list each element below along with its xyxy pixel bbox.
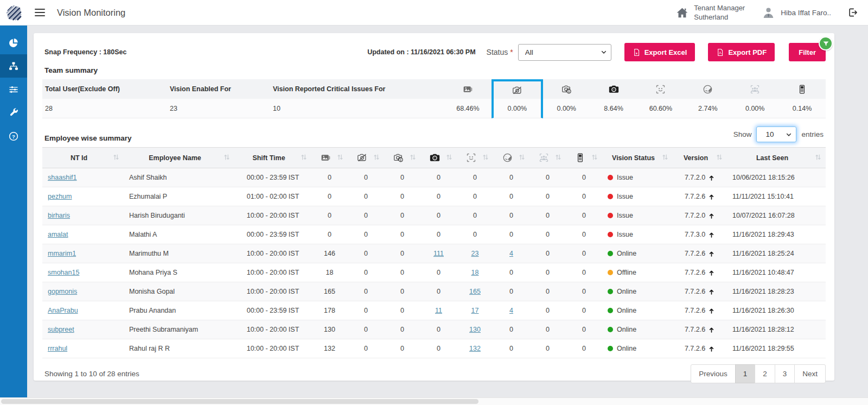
- sort-icon: [113, 154, 119, 162]
- count-link[interactable]: 165: [469, 288, 481, 295]
- camera-icon: [429, 152, 441, 163]
- count-cell: 0: [311, 187, 348, 206]
- sidebar-item-wrench[interactable]: [0, 101, 27, 124]
- team-summary-value: 0.00%: [492, 99, 543, 118]
- pagination-2[interactable]: 2: [755, 364, 775, 383]
- count-link[interactable]: 4: [509, 307, 513, 314]
- upgrade-icon[interactable]: [708, 326, 715, 333]
- employee-name-cell: Marimuthu M: [124, 244, 234, 263]
- upgrade-icon[interactable]: [708, 174, 715, 181]
- count-cell: 0: [566, 244, 602, 263]
- svg-text:?: ?: [12, 133, 15, 139]
- col-header-face-scan-icon[interactable]: [457, 148, 493, 168]
- count-cell: 18: [311, 263, 348, 282]
- count-link[interactable]: 23: [471, 250, 479, 257]
- table-row: AnaPrabuPrabu Anandan00:00 - 23:59 IST17…: [42, 301, 826, 320]
- count-cell: 0: [457, 168, 493, 187]
- logout-icon[interactable]: [847, 7, 858, 18]
- count-cell: 0: [566, 339, 602, 358]
- vision-status-cell: Issue: [602, 168, 673, 187]
- export-pdf-button[interactable]: Export PDF: [708, 43, 775, 61]
- pagination-next[interactable]: Next: [794, 364, 826, 383]
- ntid-link[interactable]: pezhum: [48, 193, 72, 200]
- upgrade-icon[interactable]: [708, 231, 715, 238]
- col-header-shift-time[interactable]: Shift Time: [234, 148, 311, 168]
- team-summary-value: 0.14%: [778, 99, 826, 118]
- ntid-link[interactable]: rrrahul: [48, 345, 67, 352]
- count-link[interactable]: 4: [509, 250, 513, 257]
- count-cell: 0: [566, 225, 602, 244]
- count-link[interactable]: 111: [433, 250, 444, 257]
- count-link[interactable]: 130: [469, 326, 481, 333]
- table-header-row: NT IdEmployee NameShift TimeVision Statu…: [42, 148, 826, 168]
- ntid-link[interactable]: mmarim1: [48, 250, 76, 257]
- col-header-face-covered-icon[interactable]: [493, 148, 529, 168]
- status-select[interactable]: All: [518, 44, 611, 61]
- count-cell: 0: [348, 187, 384, 206]
- upgrade-icon[interactable]: [708, 212, 715, 219]
- ntid-link[interactable]: birharis: [48, 212, 70, 219]
- ntid-link[interactable]: smohan15: [48, 269, 79, 276]
- app-logo[interactable]: [0, 0, 27, 25]
- col-header-image-icon[interactable]: [311, 148, 348, 168]
- ntid-link[interactable]: gopmonis: [48, 288, 77, 295]
- pagination-1[interactable]: 1: [735, 364, 756, 383]
- team-summary-col-mobile-icon: [778, 79, 826, 99]
- sidebar-item-pie-chart[interactable]: [0, 31, 27, 54]
- count-link[interactable]: 17: [471, 307, 479, 314]
- upgrade-icon[interactable]: [708, 269, 715, 276]
- col-header-employee-name[interactable]: Employee Name: [124, 148, 234, 168]
- version-text: 7.7.2.6: [685, 269, 705, 276]
- count-cell: 0: [420, 263, 457, 282]
- col-header-nt-id[interactable]: NT Id: [42, 148, 124, 168]
- face-scan-icon: [655, 84, 666, 95]
- col-header-last-seen[interactable]: Last Seen: [727, 148, 826, 168]
- count-link[interactable]: 11: [435, 307, 442, 314]
- team-summary-table: Total User(Exclude Off) Vision Enabled F…: [42, 79, 826, 118]
- version-text: 7.7.2.6: [685, 307, 705, 314]
- col-header-camera-icon[interactable]: [420, 148, 457, 168]
- col-header-version[interactable]: Version: [673, 148, 727, 168]
- upgrade-icon[interactable]: [708, 345, 715, 352]
- version-text: 7.7.2.6: [685, 193, 705, 200]
- last-seen-cell: 11/11/2021 15:10:41: [727, 187, 826, 206]
- count-cell: 0: [420, 187, 457, 206]
- status-label: Status: [487, 48, 508, 56]
- count-link[interactable]: 132: [469, 345, 481, 352]
- col-header-label: Employee Name: [129, 154, 221, 162]
- user-menu[interactable]: Hiba Iffat Faro..: [761, 5, 831, 20]
- sidebar-item-sitemap[interactable]: [0, 54, 27, 78]
- table-row: subpreetPreethi Subramaniyam10:00 - 20:0…: [42, 320, 826, 339]
- col-header-multiple-people-icon[interactable]: [529, 148, 566, 168]
- status-label: Online: [617, 250, 636, 257]
- count-link[interactable]: 18: [471, 269, 479, 276]
- ntid-link[interactable]: shaashif1: [48, 174, 77, 181]
- horizontal-scrollbar[interactable]: [0, 397, 868, 405]
- count-cell: 0: [566, 206, 602, 225]
- shift-time-cell: 01:00 - 02:00 IST: [234, 187, 311, 206]
- employee-name-cell: Preethi Subramaniyam: [124, 320, 234, 339]
- count-cell: 0: [384, 206, 420, 225]
- upgrade-icon[interactable]: [708, 288, 715, 295]
- col-header-vision-status[interactable]: Vision Status: [602, 148, 673, 168]
- upgrade-icon[interactable]: [708, 307, 715, 314]
- filter-button[interactable]: Filter: [789, 43, 826, 61]
- pagination-3[interactable]: 3: [775, 364, 795, 383]
- page-size-select[interactable]: 10: [756, 126, 796, 142]
- upgrade-icon[interactable]: [708, 250, 715, 257]
- sidebar-item-sliders[interactable]: [0, 78, 27, 101]
- col-header-camera-off-icon[interactable]: [348, 148, 384, 168]
- vision-status-cell: Issue: [602, 187, 673, 206]
- upgrade-icon[interactable]: [708, 193, 715, 200]
- tenant-switcher[interactable]: Tenant Manager Sutherland: [675, 3, 745, 22]
- scrollbar-thumb[interactable]: [1, 399, 478, 404]
- ntid-link[interactable]: amalat: [48, 231, 68, 238]
- hamburger-menu-icon[interactable]: [35, 9, 45, 16]
- ntid-link[interactable]: AnaPrabu: [48, 307, 78, 314]
- ntid-link[interactable]: subpreet: [48, 326, 74, 333]
- col-header-mobile-icon[interactable]: [566, 148, 602, 168]
- col-header-camera-info-icon[interactable]: [384, 148, 420, 168]
- export-excel-button[interactable]: x Export Excel: [624, 43, 695, 61]
- sidebar-item-help[interactable]: ?: [0, 124, 27, 148]
- pagination-previous[interactable]: Previous: [691, 364, 736, 383]
